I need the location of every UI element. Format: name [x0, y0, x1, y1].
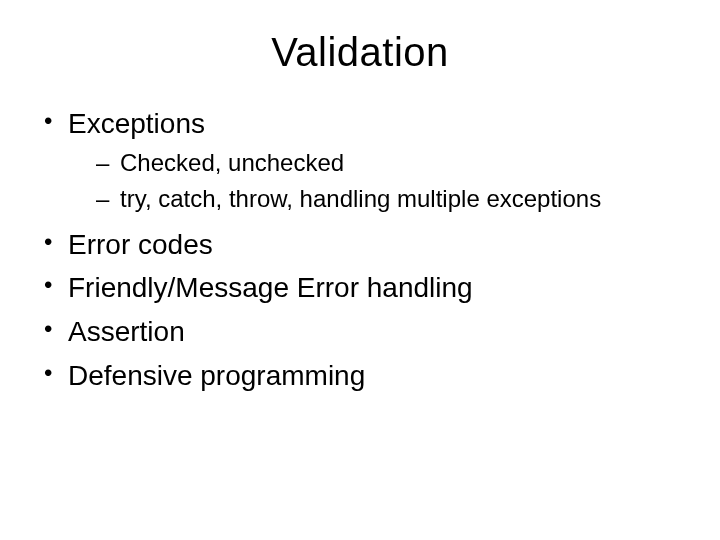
- bullet-exceptions: Exceptions Checked, unchecked try, catch…: [40, 105, 680, 216]
- bullet-text: Defensive programming: [68, 360, 365, 391]
- slide-title: Validation: [40, 30, 680, 75]
- bullet-text: Exceptions: [68, 108, 205, 139]
- sub-bullet-text: Checked, unchecked: [120, 149, 344, 176]
- bullet-text: Assertion: [68, 316, 185, 347]
- sub-bullet-try-catch: try, catch, throw, handling multiple exc…: [68, 183, 680, 215]
- bullet-defensive-programming: Defensive programming: [40, 357, 680, 395]
- bullet-text: Error codes: [68, 229, 213, 260]
- bullet-error-codes: Error codes: [40, 226, 680, 264]
- slide: Validation Exceptions Checked, unchecked…: [0, 0, 720, 540]
- sub-bullet-text: try, catch, throw, handling multiple exc…: [120, 185, 601, 212]
- bullet-assertion: Assertion: [40, 313, 680, 351]
- sub-bullet-checked: Checked, unchecked: [68, 147, 680, 179]
- sub-bullet-list: Checked, unchecked try, catch, throw, ha…: [68, 147, 680, 216]
- bullet-friendly-message: Friendly/Message Error handling: [40, 269, 680, 307]
- bullet-list: Exceptions Checked, unchecked try, catch…: [40, 105, 680, 395]
- bullet-text: Friendly/Message Error handling: [68, 272, 473, 303]
